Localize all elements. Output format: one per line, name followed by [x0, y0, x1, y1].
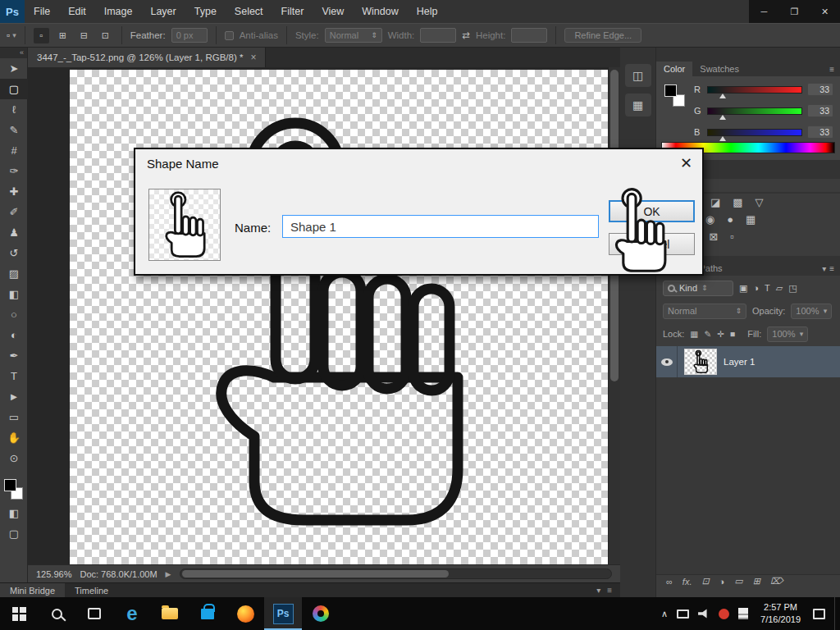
- adjustment-icon[interactable]: ◪: [710, 196, 720, 208]
- new-selection-mode-icon[interactable]: ▫: [34, 28, 49, 43]
- collapsed-panel-icon-2[interactable]: ▦: [625, 94, 651, 116]
- menu-image[interactable]: Image: [95, 0, 142, 23]
- filter-type-layers-icon[interactable]: T: [765, 283, 770, 293]
- filter-adjustment-layers-icon[interactable]: ◑: [753, 283, 759, 293]
- layer-name[interactable]: Layer 1: [724, 357, 755, 367]
- photoshop-taskbar-icon[interactable]: Ps: [264, 597, 302, 630]
- tool-type[interactable]: T: [0, 366, 28, 386]
- restore-button[interactable]: ❐: [779, 0, 810, 23]
- tool-lasso[interactable]: ℓ: [0, 99, 28, 120]
- feather-input[interactable]: 0 px: [171, 28, 208, 43]
- panel-menu-icon[interactable]: ≡: [607, 586, 612, 595]
- tab-color[interactable]: Color: [656, 62, 692, 76]
- tool-healing-brush[interactable]: ✚: [0, 181, 28, 202]
- chevron-down-icon[interactable]: ▾: [822, 264, 826, 273]
- style-select[interactable]: Normal ⇕: [325, 28, 382, 43]
- height-input[interactable]: [511, 28, 547, 43]
- start-button[interactable]: [0, 597, 38, 630]
- tool-move[interactable]: ➤: [0, 58, 28, 79]
- anti-alias-checkbox[interactable]: [225, 31, 234, 40]
- menu-select[interactable]: Select: [226, 0, 272, 23]
- green-value[interactable]: 33: [807, 104, 833, 117]
- display-tray-icon[interactable]: [677, 609, 689, 619]
- tab-timeline[interactable]: Timeline: [65, 583, 118, 597]
- menu-file[interactable]: File: [25, 0, 59, 23]
- intersect-selection-mode-icon[interactable]: ⊡: [98, 28, 113, 43]
- tool-zoom[interactable]: ⊙: [0, 448, 28, 468]
- menu-window[interactable]: Window: [353, 0, 407, 23]
- action-center-button[interactable]: [813, 609, 825, 619]
- tool-history-brush[interactable]: ↺: [0, 243, 28, 263]
- menu-view[interactable]: View: [313, 0, 353, 23]
- search-button[interactable]: [38, 597, 75, 630]
- tool-clone-stamp[interactable]: ♟: [0, 222, 28, 243]
- foreground-color-chip[interactable]: [664, 84, 677, 97]
- volume-tray-icon[interactable]: [698, 609, 710, 619]
- tool-screen-mode[interactable]: ▢: [0, 523, 28, 544]
- vertical-scrollbar[interactable]: [608, 67, 620, 564]
- chevron-down-icon[interactable]: ▾: [596, 586, 600, 595]
- close-button[interactable]: ✕: [810, 0, 840, 23]
- task-view-button[interactable]: [75, 597, 113, 630]
- new-layer-icon[interactable]: ⊞: [753, 576, 760, 587]
- adjustment-icon[interactable]: ▦: [746, 213, 756, 226]
- canvas[interactable]: [70, 70, 608, 564]
- document-tab[interactable]: 3447_-_Tap-512.png @ 126% (Layer 1, RGB/…: [28, 48, 266, 67]
- taskbar-clock[interactable]: 2:57 PM 7/16/2019: [757, 601, 804, 627]
- panel-menu-icon[interactable]: ≡: [829, 65, 840, 74]
- tool-crop[interactable]: #: [0, 140, 28, 161]
- blue-value[interactable]: 33: [807, 126, 833, 139]
- filter-shape-layers-icon[interactable]: ▱: [776, 283, 783, 294]
- blue-slider[interactable]: [707, 129, 802, 136]
- store-taskbar-icon[interactable]: [189, 597, 226, 630]
- refine-edge-button[interactable]: Refine Edge...: [564, 28, 641, 43]
- alert-tray-icon[interactable]: [719, 609, 729, 619]
- tool-preset-dropdown[interactable]: ▫ ▾: [7, 30, 16, 41]
- status-menu-arrow[interactable]: ▶: [166, 570, 171, 578]
- green-slider[interactable]: [707, 107, 802, 115]
- tab-swatches[interactable]: Swatches: [692, 62, 746, 76]
- file-explorer-taskbar-icon[interactable]: [151, 597, 189, 630]
- shape-name-input[interactable]: [282, 215, 599, 238]
- filter-smart-objects-icon[interactable]: ◳: [788, 283, 797, 294]
- layer-row[interactable]: Layer 1: [656, 346, 840, 377]
- hidden-icons-chevron[interactable]: ∧: [661, 609, 668, 619]
- slider-thumb[interactable]: [719, 136, 726, 141]
- red-value[interactable]: 33: [807, 83, 833, 96]
- subtract-selection-mode-icon[interactable]: ⊟: [76, 28, 92, 43]
- tool-path-selection[interactable]: ►: [0, 386, 28, 407]
- minimize-button[interactable]: ─: [749, 0, 779, 23]
- menu-help[interactable]: Help: [408, 0, 447, 23]
- tool-hand[interactable]: ✋: [0, 427, 28, 448]
- collapsed-panel-icon-1[interactable]: ◫: [625, 64, 651, 87]
- tool-pen[interactable]: ✒: [0, 345, 28, 366]
- layer-visibility-toggle[interactable]: [656, 346, 678, 377]
- swap-dimensions-icon[interactable]: ⇄: [462, 30, 470, 41]
- lock-all-icon[interactable]: ■: [730, 329, 735, 339]
- foreground-color-chip[interactable]: [4, 479, 16, 491]
- blend-mode-select[interactable]: Normal ⇕: [663, 304, 746, 319]
- tool-quick-mask[interactable]: ◧: [0, 503, 28, 523]
- filter-pixel-layers-icon[interactable]: ▣: [739, 283, 747, 294]
- tool-gradient[interactable]: ◧: [0, 284, 28, 304]
- slider-thumb[interactable]: [719, 115, 726, 120]
- new-adjustment-layer-icon[interactable]: ◑: [719, 577, 725, 587]
- tab-close-icon[interactable]: ×: [250, 52, 256, 63]
- fill-select[interactable]: 100% ▾: [767, 326, 808, 342]
- lock-pixels-icon[interactable]: ✎: [704, 329, 711, 339]
- add-layer-mask-icon[interactable]: ⊡: [701, 576, 709, 587]
- link-layers-icon[interactable]: ∞: [666, 577, 673, 587]
- horizontal-scroll-thumb[interactable]: [182, 570, 450, 578]
- layer-style-icon[interactable]: fx.: [682, 577, 692, 587]
- adjustment-icon[interactable]: ●: [727, 213, 733, 226]
- paint-taskbar-icon[interactable]: [302, 597, 340, 630]
- adjustment-icon[interactable]: ▽: [756, 196, 764, 208]
- zoom-level[interactable]: 125.96%: [36, 569, 71, 579]
- red-slider[interactable]: [707, 86, 802, 94]
- adjustment-icon[interactable]: ▩: [733, 196, 742, 208]
- add-selection-mode-icon[interactable]: ⊞: [55, 28, 71, 43]
- tool-dodge[interactable]: ◐: [0, 325, 28, 345]
- panel-menu-icon[interactable]: ≡: [829, 264, 834, 273]
- tool-rectangular-marquee[interactable]: ▢: [0, 79, 28, 99]
- notes-tray-icon[interactable]: [738, 608, 748, 619]
